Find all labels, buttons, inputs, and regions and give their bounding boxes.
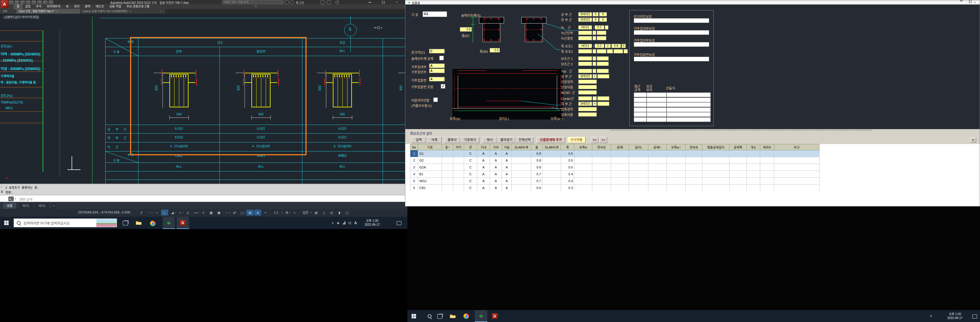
table-cell[interactable]: G2 bbox=[418, 157, 442, 164]
table-cell[interactable] bbox=[702, 164, 729, 171]
column-header[interactable]: 거외 bbox=[490, 144, 502, 150]
table-cell[interactable] bbox=[574, 157, 592, 164]
autoscale-icon[interactable]: × bbox=[262, 209, 269, 216]
column-header[interactable]: SLAB두께 bbox=[542, 144, 561, 150]
table-cell[interactable] bbox=[453, 171, 464, 178]
table-cell[interactable] bbox=[574, 184, 592, 191]
table-cell[interactable] bbox=[648, 164, 667, 171]
lineweight-icon[interactable]: ≡ bbox=[200, 209, 207, 216]
table-cell[interactable]: 3 bbox=[410, 164, 418, 171]
new-layout-button[interactable]: + bbox=[51, 203, 57, 209]
table-cell[interactable]: 5 bbox=[410, 178, 418, 184]
rebar-value-input[interactable] bbox=[578, 69, 592, 73]
autocad-app-menu-icon[interactable]: A bbox=[1, 0, 8, 8]
table-cell[interactable]: 1 bbox=[410, 150, 418, 157]
taskbar-autocad-app[interactable]: A bbox=[177, 217, 189, 229]
rebar-value-input[interactable] bbox=[593, 56, 596, 60]
table-cell[interactable] bbox=[667, 171, 686, 178]
table-cell[interactable] bbox=[760, 150, 774, 157]
table-cell[interactable] bbox=[542, 171, 561, 178]
table-cell[interactable] bbox=[629, 178, 648, 184]
rebar-value-input[interactable] bbox=[597, 56, 609, 60]
ribbon-tab-4[interactable]: 파라메트릭 bbox=[44, 4, 63, 9]
rebar-value-input[interactable] bbox=[597, 102, 609, 106]
table-cell[interactable] bbox=[774, 178, 819, 184]
reinforce-cell-input[interactable] bbox=[647, 97, 667, 102]
rebar-value-input[interactable]: 0.2 bbox=[595, 44, 604, 48]
column-header[interactable]: 공제l bbox=[611, 144, 629, 150]
rebar-value-input[interactable]: 6 bbox=[593, 12, 598, 16]
column-header[interactable]: 층~ bbox=[442, 144, 453, 150]
undo-icon[interactable] bbox=[37, 1, 42, 4]
table-cell[interactable] bbox=[760, 157, 774, 164]
table-cell[interactable] bbox=[512, 171, 531, 178]
table-cell[interactable]: 4 bbox=[410, 171, 418, 178]
table-cell[interactable] bbox=[574, 178, 592, 184]
table-cell[interactable]: A bbox=[502, 171, 512, 178]
table-cell[interactable]: A bbox=[502, 178, 512, 184]
selection-cycling-icon[interactable]: ▣ bbox=[215, 209, 223, 216]
redo-icon[interactable] bbox=[43, 1, 48, 4]
table-cell[interactable]: A bbox=[502, 150, 512, 157]
formwork-bottom-include-checkbox[interactable]: ✓ bbox=[441, 84, 445, 89]
table-cell[interactable]: A bbox=[490, 157, 502, 164]
column-header[interactable]: SLAB두께 bbox=[512, 144, 531, 150]
quick-properties-icon[interactable]: ▤ bbox=[313, 209, 320, 216]
reinforce-cell-input[interactable] bbox=[634, 117, 647, 122]
column-header[interactable]: 길이L bbox=[629, 144, 648, 150]
table-cell[interactable]: A bbox=[477, 150, 490, 157]
chrome-icon[interactable] bbox=[463, 313, 469, 319]
table-cell[interactable] bbox=[729, 150, 747, 157]
table-cell[interactable]: 0.7 bbox=[531, 178, 542, 184]
table-cell[interactable] bbox=[442, 157, 453, 164]
ribbon-tab-7[interactable]: 출력 bbox=[82, 4, 93, 9]
table-cell[interactable] bbox=[512, 164, 531, 171]
table-cell[interactable] bbox=[729, 164, 747, 171]
search-icon[interactable] bbox=[428, 314, 431, 318]
reinforce-cell-input[interactable] bbox=[667, 92, 711, 97]
table-cell[interactable] bbox=[629, 171, 648, 178]
reinforce-cell-input[interactable] bbox=[667, 112, 711, 117]
slab-deduct-checkbox[interactable] bbox=[439, 56, 444, 60]
table-cell[interactable] bbox=[747, 178, 760, 184]
rebar-value-input[interactable] bbox=[593, 49, 596, 53]
rebar-value-input[interactable] bbox=[578, 107, 597, 111]
table-cell[interactable]: A bbox=[477, 164, 490, 171]
table-cell[interactable] bbox=[648, 157, 667, 164]
close-palette-icon[interactable]: X bbox=[1, 190, 3, 194]
rebar-value-input[interactable]: 0.8 bbox=[611, 44, 621, 48]
rebar-value-input[interactable] bbox=[578, 31, 592, 35]
column-header[interactable]: 보폭w bbox=[574, 144, 592, 150]
reinforce-cell-input[interactable] bbox=[667, 107, 711, 112]
autocad-drawing-area[interactable]: [-][평면도][2D 와이어프레임] × 강도(fy) : 이하 : 400M… bbox=[0, 14, 407, 184]
rebar-value-input[interactable]: SHD22 bbox=[578, 102, 592, 106]
table-cell[interactable]: C bbox=[464, 157, 477, 164]
depth-input[interactable]: 0.8 bbox=[460, 27, 472, 32]
grid-icon[interactable]: # bbox=[138, 209, 145, 216]
ime-language-icon[interactable]: A bbox=[354, 221, 357, 225]
table-row[interactable]: 4B1CAAA0.70.4 bbox=[410, 171, 819, 178]
rebar-value-input[interactable] bbox=[597, 96, 609, 100]
table-cell[interactable] bbox=[702, 184, 729, 191]
user-avatar-icon[interactable] bbox=[290, 1, 294, 4]
rebar-value-input[interactable]: 0 bbox=[622, 44, 626, 48]
formwork-bottom-input[interactable]: A bbox=[429, 77, 445, 81]
table-cell[interactable] bbox=[574, 164, 592, 171]
ribbon-tab-9[interactable]: 공동 작업 bbox=[107, 4, 124, 9]
rebar-value-input[interactable]: + bbox=[593, 74, 597, 78]
toolbar-grip[interactable] bbox=[610, 129, 873, 131]
object-snap-icon[interactable]: ▭▾ bbox=[192, 209, 199, 216]
table-cell[interactable] bbox=[747, 157, 760, 164]
apply-formula-button[interactable]: 산식적용 bbox=[568, 137, 585, 143]
table-cell[interactable]: A bbox=[490, 171, 502, 178]
table-cell[interactable] bbox=[592, 178, 611, 184]
command-prompt-icon[interactable]: ▸_ bbox=[8, 197, 14, 201]
table-cell[interactable] bbox=[542, 157, 561, 164]
file-tab-other-drawing[interactable]: 220531 일광 이천리 768-7(설계변경후)*× bbox=[80, 9, 161, 14]
table-cell[interactable] bbox=[760, 178, 774, 184]
table-row[interactable]: 5WG1CAAA0.70.4 bbox=[410, 178, 819, 184]
table-cell[interactable]: 0.4 bbox=[561, 171, 574, 178]
polar-tracking-icon[interactable]: ◢▾ bbox=[169, 209, 176, 216]
table-cell[interactable] bbox=[667, 184, 686, 191]
workspace-icon[interactable]: ⚙▾ bbox=[283, 209, 291, 216]
